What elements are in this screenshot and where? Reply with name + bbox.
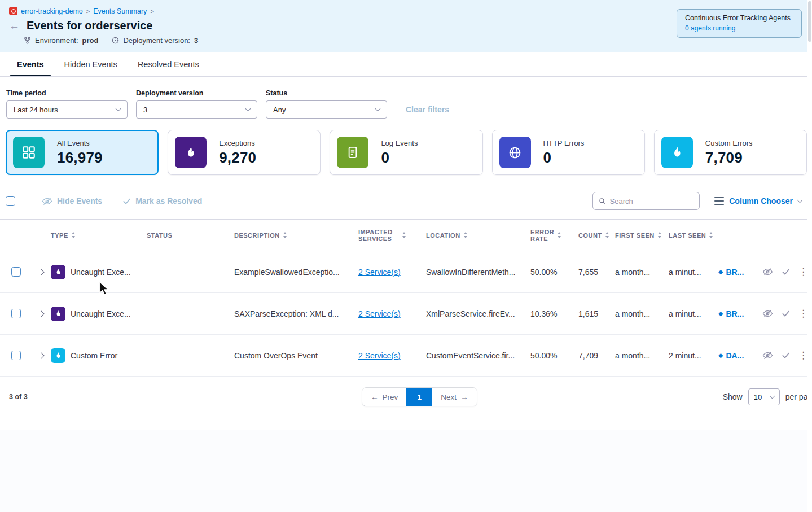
column-header-type[interactable]: TYPE <box>51 232 147 239</box>
row-menu-icon[interactable]: ⋮ <box>798 351 808 360</box>
agents-running-link[interactable]: 0 agents running <box>685 24 735 32</box>
event-first-seen: a month... <box>615 309 669 318</box>
sort-icon[interactable] <box>283 232 287 238</box>
sort-icon[interactable] <box>72 232 75 238</box>
sort-icon[interactable] <box>558 232 561 238</box>
breadcrumb-section-link[interactable]: Events Summary <box>93 7 147 15</box>
impacted-services-link[interactable]: 2 Service(s) <box>358 351 401 360</box>
tab-resolved-events-label: Resolved Events <box>138 60 199 69</box>
hide-events-button[interactable]: Hide Events <box>42 196 102 205</box>
time-period-filter: Time period Last 24 hours <box>6 89 128 119</box>
event-error-rate: 10.36% <box>530 309 578 318</box>
jira-diamond-icon: ◆ <box>718 310 723 317</box>
deployment-icon <box>112 37 119 44</box>
column-header-impacted-services[interactable]: IMPACTED SERVICES <box>358 229 426 242</box>
agents-panel[interactable]: Continuous Error Tracking Agents 0 agent… <box>677 9 802 38</box>
resolve-event-icon[interactable] <box>782 268 790 276</box>
column-header-first-seen[interactable]: FIRST SEEN <box>615 232 669 239</box>
chevron-down-icon <box>769 393 775 399</box>
chevron-down-icon <box>245 106 251 111</box>
scrollbar-thumb[interactable] <box>808 1 811 42</box>
impacted-services-link[interactable]: 2 Service(s) <box>358 309 401 318</box>
clear-filters-button[interactable]: Clear filters <box>406 105 449 114</box>
stat-cards: All Events 16,979 Exceptions 9,270 Log E… <box>6 130 807 175</box>
time-period-select[interactable]: Last 24 hours <box>6 100 128 119</box>
tab-events[interactable]: Events <box>9 52 52 76</box>
scrollbar[interactable] <box>807 0 812 512</box>
hide-event-icon[interactable] <box>762 309 773 318</box>
select-all-checkbox[interactable] <box>6 196 15 206</box>
custom-error-type-icon <box>51 348 65 363</box>
card-label: All Events <box>57 139 103 147</box>
resolve-event-icon[interactable] <box>782 351 790 360</box>
column-header-location[interactable]: LOCATION <box>426 232 530 239</box>
impacted-services-link[interactable]: 2 Service(s) <box>358 268 401 277</box>
row-menu-icon[interactable]: ⋮ <box>798 309 808 318</box>
ticket-link[interactable]: ◆DA... <box>718 351 758 360</box>
card-all-events[interactable]: All Events 16,979 <box>6 130 159 175</box>
column-chooser-label: Column Chooser <box>729 196 793 205</box>
status-select[interactable]: Any <box>266 100 387 119</box>
resolve-event-icon[interactable] <box>782 309 790 318</box>
sort-icon[interactable] <box>605 232 609 238</box>
card-exceptions[interactable]: Exceptions 9,270 <box>168 130 321 175</box>
page-size-value: 10 <box>754 393 762 401</box>
table-toolbar: Hide Events Mark as Resolved Column Choo… <box>6 191 806 211</box>
column-chooser-button[interactable]: Column Chooser <box>714 196 806 205</box>
breadcrumb-app-link[interactable]: error-tracking-demo <box>21 7 83 15</box>
event-location: SwallowInDifferentMeth... <box>426 268 530 277</box>
row-menu-icon[interactable]: ⋮ <box>798 267 808 277</box>
deployment-label: Deployment version: <box>123 36 190 45</box>
deployment-version-select[interactable]: 3 <box>136 100 257 119</box>
event-description: SAXParseException: XML d... <box>234 309 358 318</box>
row-checkbox[interactable] <box>11 351 21 360</box>
hide-event-icon[interactable] <box>762 268 773 276</box>
mark-resolved-button[interactable]: Mark as Resolved <box>122 196 202 205</box>
sort-icon[interactable] <box>709 232 713 238</box>
left-arrow-icon: ← <box>371 393 379 401</box>
column-header-last-seen[interactable]: LAST SEEN <box>669 232 718 239</box>
back-arrow-icon[interactable]: ← <box>9 20 20 31</box>
tab-resolved-events[interactable]: Resolved Events <box>130 52 207 76</box>
expand-row-icon[interactable] <box>38 352 44 358</box>
search-icon <box>599 197 605 205</box>
next-page-button[interactable]: Next → <box>432 388 476 406</box>
ticket-link[interactable]: ◆BR... <box>718 268 758 277</box>
ticket-link[interactable]: ◆BR... <box>718 309 758 318</box>
toolbar-divider <box>30 195 30 207</box>
current-page-button[interactable]: 1 <box>406 388 432 406</box>
search-input[interactable] <box>610 197 694 205</box>
event-location: XmlParseService.fireEv... <box>426 309 530 318</box>
sort-icon[interactable] <box>464 232 467 238</box>
time-period-value: Last 24 hours <box>14 106 58 114</box>
event-count: 7,655 <box>578 268 615 277</box>
card-value: 9,270 <box>219 149 256 167</box>
expand-row-icon[interactable] <box>38 269 44 275</box>
table-row: Custom Error Custom OverOps Event 2 Serv… <box>0 335 812 377</box>
row-checkbox[interactable] <box>11 267 21 277</box>
column-header-count[interactable]: COUNT <box>578 232 615 239</box>
status-value: Any <box>273 106 286 114</box>
sort-icon[interactable] <box>402 232 406 238</box>
table-row: Uncaught Exce... SAXParseException: XML … <box>0 293 812 335</box>
event-location: CustomEventService.fir... <box>426 351 530 360</box>
card-custom-errors[interactable]: Custom Errors 7,709 <box>654 130 807 175</box>
column-header-error-rate[interactable]: ERROR RATE <box>530 229 578 242</box>
hide-event-icon[interactable] <box>762 351 773 360</box>
expand-row-icon[interactable] <box>38 310 44 317</box>
card-value: 16,979 <box>57 149 103 167</box>
tab-hidden-events[interactable]: Hidden Events <box>56 52 125 76</box>
row-checkbox[interactable] <box>11 309 21 318</box>
deployment-version-label: Deployment version <box>136 89 257 97</box>
card-value: 0 <box>543 149 585 167</box>
environment-icon <box>24 37 31 44</box>
sort-icon[interactable] <box>658 232 661 238</box>
time-period-label: Time period <box>6 89 128 97</box>
tab-hidden-events-label: Hidden Events <box>64 60 117 69</box>
card-log-events[interactable]: Log Events 0 <box>330 130 482 175</box>
card-http-errors[interactable]: HTTP Errors 0 <box>492 130 645 175</box>
prev-page-button[interactable]: ← Prev <box>362 388 406 406</box>
event-first-seen: a month... <box>615 268 669 277</box>
column-header-description[interactable]: DESCRIPTION <box>234 232 358 239</box>
page-size-select[interactable]: 10 <box>748 388 780 405</box>
